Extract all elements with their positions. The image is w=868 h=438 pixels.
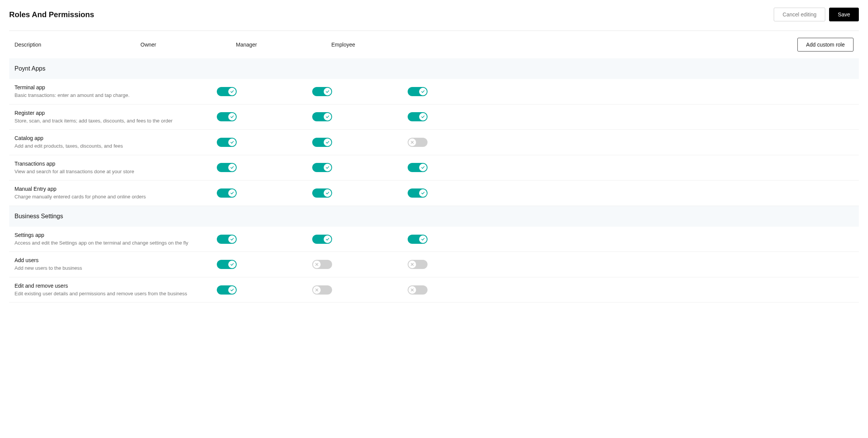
check-icon xyxy=(419,164,427,171)
section-header: Poynt Apps xyxy=(9,58,859,79)
permission-toggle[interactable] xyxy=(408,260,428,269)
check-icon xyxy=(324,113,331,121)
permission-toggle[interactable] xyxy=(408,112,428,121)
column-role-owner: Owner xyxy=(140,42,236,48)
check-icon xyxy=(228,261,236,268)
permission-toggle[interactable] xyxy=(408,235,428,244)
permission-toggle[interactable] xyxy=(217,163,237,172)
check-icon xyxy=(419,189,427,197)
permission-toggle[interactable] xyxy=(312,87,332,96)
permission-toggle[interactable] xyxy=(217,285,237,295)
check-icon xyxy=(228,113,236,121)
permission-toggle[interactable] xyxy=(217,188,237,198)
close-icon xyxy=(313,261,321,268)
permission-toggle[interactable] xyxy=(217,138,237,147)
permission-toggle[interactable] xyxy=(312,260,332,269)
permission-toggle[interactable] xyxy=(408,285,428,295)
check-icon xyxy=(324,189,331,197)
check-icon xyxy=(419,88,427,95)
permission-subtext: Add new users to the business xyxy=(15,265,198,272)
check-icon xyxy=(324,164,331,171)
check-icon xyxy=(228,138,236,146)
permission-toggle[interactable] xyxy=(312,163,332,172)
permission-toggle[interactable] xyxy=(217,112,237,121)
permission-toggle[interactable] xyxy=(408,163,428,172)
check-icon xyxy=(324,138,331,146)
close-icon xyxy=(313,286,321,294)
permission-row: Terminal appBasic transactions: enter an… xyxy=(9,79,859,105)
permission-description: Add usersAdd new users to the business xyxy=(15,257,205,272)
permission-subtext: Store, scan, and track items; add taxes,… xyxy=(15,118,198,124)
permission-subtext: Edit existing user details and permissio… xyxy=(15,290,198,297)
permission-row: Settings appAccess and edit the Settings… xyxy=(9,227,859,252)
check-icon xyxy=(324,88,331,95)
close-icon xyxy=(408,261,416,268)
permission-subtext: Add and edit products, taxes, discounts,… xyxy=(15,143,198,150)
permission-description: Edit and remove usersEdit existing user … xyxy=(15,283,205,297)
check-icon xyxy=(419,235,427,243)
permission-toggle[interactable] xyxy=(312,285,332,295)
permission-description: Register appStore, scan, and track items… xyxy=(15,110,205,124)
permission-toggle[interactable] xyxy=(217,87,237,96)
permission-subtext: Charge manually entered cards for phone … xyxy=(15,193,198,200)
column-role-employee: Employee xyxy=(331,42,427,48)
column-role-manager: Manager xyxy=(236,42,331,48)
permission-title: Edit and remove users xyxy=(15,283,198,289)
check-icon xyxy=(228,164,236,171)
permission-subtext: View and search for all transactions don… xyxy=(15,168,198,175)
permission-description: Settings appAccess and edit the Settings… xyxy=(15,232,205,246)
permission-toggle[interactable] xyxy=(312,188,332,198)
permission-toggle[interactable] xyxy=(408,87,428,96)
permission-description: Transactions appView and search for all … xyxy=(15,161,205,175)
permission-description: Catalog appAdd and edit products, taxes,… xyxy=(15,135,205,150)
permission-row: Manual Entry appCharge manually entered … xyxy=(9,180,859,206)
page-title: Roles And Permissions xyxy=(9,10,94,19)
permission-toggle[interactable] xyxy=(408,138,428,147)
permission-row: Edit and remove usersEdit existing user … xyxy=(9,277,859,303)
permission-title: Terminal app xyxy=(15,84,198,90)
permission-row: Catalog appAdd and edit products, taxes,… xyxy=(9,130,859,155)
permission-toggle[interactable] xyxy=(217,235,237,244)
check-icon xyxy=(419,113,427,121)
permission-title: Manual Entry app xyxy=(15,186,198,192)
check-icon xyxy=(324,235,331,243)
permission-row: Transactions appView and search for all … xyxy=(9,155,859,181)
permission-row: Add usersAdd new users to the business xyxy=(9,252,859,277)
section-header: Business Settings xyxy=(9,206,859,227)
permission-toggle[interactable] xyxy=(312,112,332,121)
permission-toggle[interactable] xyxy=(312,138,332,147)
permission-title: Catalog app xyxy=(15,135,198,141)
close-icon xyxy=(408,138,416,146)
close-icon xyxy=(408,286,416,294)
permission-title: Transactions app xyxy=(15,161,198,167)
save-button[interactable]: Save xyxy=(829,8,859,21)
columns-header: Description Owner Manager Employee Add c… xyxy=(9,31,859,58)
permission-toggle[interactable] xyxy=(312,235,332,244)
check-icon xyxy=(228,286,236,294)
permission-toggle[interactable] xyxy=(408,188,428,198)
page-header: Roles And Permissions Cancel editing Sav… xyxy=(9,8,859,31)
permission-row: Register appStore, scan, and track items… xyxy=(9,105,859,130)
permission-subtext: Basic transactions: enter an amount and … xyxy=(15,92,198,99)
permission-toggle[interactable] xyxy=(217,260,237,269)
permission-description: Terminal appBasic transactions: enter an… xyxy=(15,84,205,99)
check-icon xyxy=(228,88,236,95)
permission-title: Settings app xyxy=(15,232,198,238)
permission-description: Manual Entry appCharge manually entered … xyxy=(15,186,205,200)
cancel-editing-button[interactable]: Cancel editing xyxy=(774,8,825,21)
permission-title: Add users xyxy=(15,257,198,263)
check-icon xyxy=(228,189,236,197)
check-icon xyxy=(228,235,236,243)
permission-title: Register app xyxy=(15,110,198,116)
permission-subtext: Access and edit the Settings app on the … xyxy=(15,240,198,246)
add-custom-role-button[interactable]: Add custom role xyxy=(797,38,853,52)
column-description: Description xyxy=(15,42,140,48)
